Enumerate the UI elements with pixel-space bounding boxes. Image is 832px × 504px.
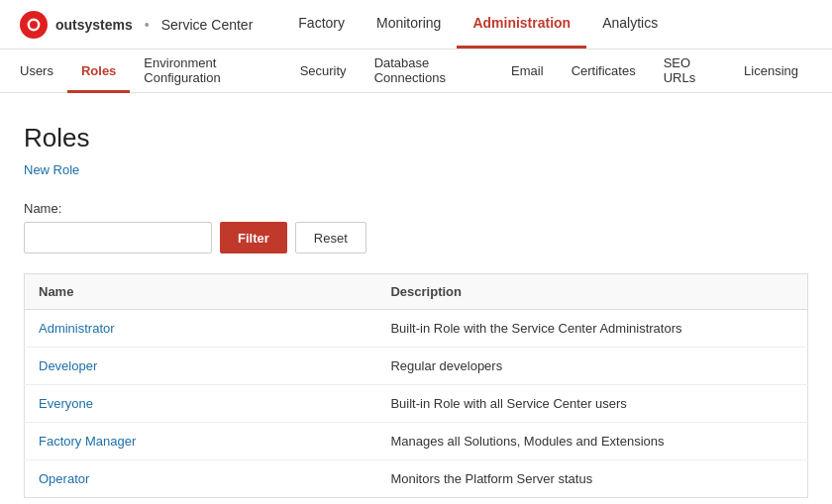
subnav-certificates[interactable]: Certificates xyxy=(558,50,650,93)
role-name-cell: Everyone xyxy=(25,385,377,423)
reset-button[interactable]: Reset xyxy=(295,222,366,253)
nav-administration[interactable]: Administration xyxy=(457,0,586,49)
page-title: Roles xyxy=(24,123,808,153)
svg-point-1 xyxy=(30,21,38,29)
filter-area: Name: Filter Reset xyxy=(24,201,808,253)
role-link[interactable]: Operator xyxy=(39,471,89,486)
name-input[interactable] xyxy=(24,222,212,253)
roles-table: Name Description AdministratorBuilt-in R… xyxy=(24,273,808,498)
table-row: EveryoneBuilt-in Role with all Service C… xyxy=(25,385,808,423)
role-name-cell: Operator xyxy=(25,460,377,498)
role-description-cell: Built-in Role with the Service Center Ad… xyxy=(376,310,807,348)
subnav-environment-configuration[interactable]: Environment Configuration xyxy=(130,50,285,93)
subnav-users[interactable]: Users xyxy=(20,50,67,93)
subnav-licensing[interactable]: Licensing xyxy=(730,50,812,93)
subnav-database-connections[interactable]: Database Connections xyxy=(361,50,497,93)
sub-navigation: Users Roles Environment Configuration Se… xyxy=(0,50,832,93)
table-row: Factory ManagerManages all Solutions, Mo… xyxy=(25,423,808,460)
role-description-cell: Monitors the Platform Server status xyxy=(376,460,807,498)
subnav-email[interactable]: Email xyxy=(497,50,558,93)
filter-button[interactable]: Filter xyxy=(220,222,287,253)
name-label: Name: xyxy=(24,201,808,216)
logo-area: outsystems • Service Center xyxy=(20,11,253,39)
role-link[interactable]: Factory Manager xyxy=(39,434,136,449)
role-name-cell: Factory Manager xyxy=(25,423,377,460)
table-row: DeveloperRegular developers xyxy=(25,348,808,385)
top-navigation: outsystems • Service Center Factory Moni… xyxy=(0,0,832,50)
table-row: AdministratorBuilt-in Role with the Serv… xyxy=(25,310,808,348)
col-header-description: Description xyxy=(376,274,807,310)
col-header-name: Name xyxy=(25,274,377,310)
product-name: Service Center xyxy=(161,17,254,33)
top-nav-links: Factory Monitoring Administration Analyt… xyxy=(282,0,674,49)
subnav-seo-urls[interactable]: SEO URLs xyxy=(650,50,730,93)
nav-analytics[interactable]: Analytics xyxy=(586,0,674,49)
header-row: Name Description xyxy=(25,274,808,310)
nav-factory[interactable]: Factory xyxy=(282,0,361,49)
role-description-cell: Regular developers xyxy=(376,348,807,385)
subnav-roles[interactable]: Roles xyxy=(67,50,130,93)
role-description-cell: Manages all Solutions, Modules and Exten… xyxy=(376,423,807,460)
main-content: Roles New Role Name: Filter Reset Name D… xyxy=(0,93,832,504)
role-link[interactable]: Everyone xyxy=(39,396,93,411)
role-name-cell: Administrator xyxy=(25,310,377,348)
logo-separator: • xyxy=(145,17,150,33)
table-header: Name Description xyxy=(25,274,808,310)
table-body: AdministratorBuilt-in Role with the Serv… xyxy=(25,310,808,498)
role-name-cell: Developer xyxy=(25,348,377,385)
new-role-link[interactable]: New Role xyxy=(24,162,79,177)
outsystems-logo-icon xyxy=(20,11,48,39)
role-link[interactable]: Developer xyxy=(39,358,97,373)
subnav-security[interactable]: Security xyxy=(286,50,361,93)
brand-name: outsystems xyxy=(55,17,133,33)
nav-monitoring[interactable]: Monitoring xyxy=(361,0,457,49)
role-link[interactable]: Administrator xyxy=(39,321,115,336)
role-description-cell: Built-in Role with all Service Center us… xyxy=(376,385,807,423)
table-row: OperatorMonitors the Platform Server sta… xyxy=(25,460,808,498)
filter-row: Filter Reset xyxy=(24,222,808,253)
